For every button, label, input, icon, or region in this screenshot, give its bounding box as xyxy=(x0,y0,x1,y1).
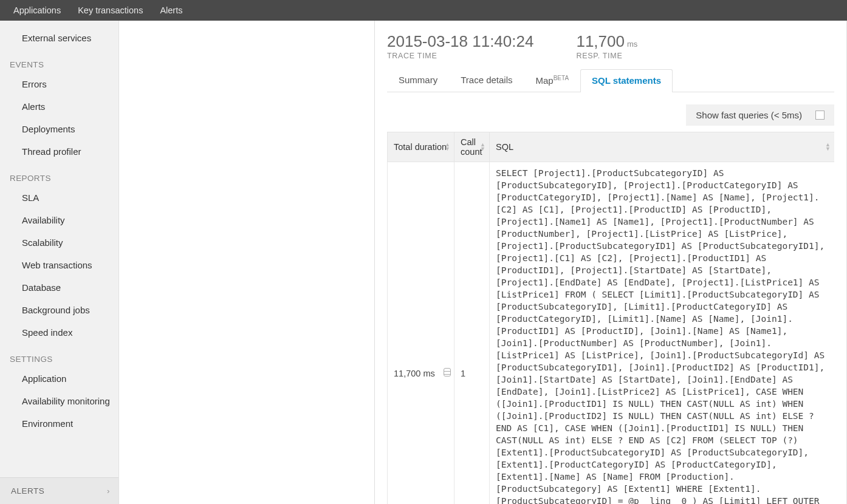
sort-icon: ▲▼ xyxy=(445,143,450,151)
tab-sql-statements[interactable]: SQL statements xyxy=(580,69,673,92)
chevron-right-icon: › xyxy=(107,486,110,495)
cell-duration: 11,700 ms xyxy=(388,162,454,504)
table-row[interactable]: 11,700 ms 1 SELECT [Project1].[ProductSu… xyxy=(388,162,835,504)
tab-trace-details[interactable]: Trace details xyxy=(449,69,524,92)
tab-summary[interactable]: Summary xyxy=(387,69,449,92)
sidebar-item-environment[interactable]: Environment xyxy=(0,412,118,435)
cell-call-count: 1 xyxy=(454,162,490,504)
sidebar: External services EVENTS Errors Alerts D… xyxy=(0,21,119,504)
col-total-duration-label: Total duration xyxy=(394,142,447,152)
col-call-count-label: Call count xyxy=(461,137,482,157)
sidebar-item-errors[interactable]: Errors xyxy=(0,73,118,95)
resp-time-value: 11,700ms xyxy=(576,33,637,50)
sidebar-item-background-jobs[interactable]: Background jobs xyxy=(0,299,118,321)
topnav-alerts[interactable]: Alerts xyxy=(151,0,191,21)
sidebar-alerts-label: ALERTS xyxy=(11,486,44,495)
resp-time-label: RESP. TIME xyxy=(576,52,637,60)
tab-map[interactable]: MapBETA xyxy=(524,69,581,92)
sidebar-item-availability-monitoring[interactable]: Availability monitoring xyxy=(0,390,118,412)
trace-time-label: TRACE TIME xyxy=(387,52,533,60)
topnav-key-transactions[interactable]: Key transactions xyxy=(69,0,151,21)
sort-icon: ▲▼ xyxy=(480,143,485,151)
fast-queries-toggle[interactable]: Show fast queries (< 5ms) xyxy=(686,104,834,126)
duration-value: 11,700 ms xyxy=(394,369,435,378)
col-total-duration[interactable]: Total duration ▲▼ xyxy=(388,132,454,162)
resp-time-number: 11,700 xyxy=(576,32,625,50)
sidebar-item-sla[interactable]: SLA xyxy=(0,186,118,209)
trace-time-value: 2015-03-18 11:40:24 xyxy=(387,33,533,50)
col-sql-label: SQL xyxy=(496,142,513,152)
database-icon[interactable] xyxy=(444,368,451,376)
tab-map-label: Map xyxy=(536,75,554,86)
sidebar-item-alerts[interactable]: Alerts xyxy=(0,95,118,118)
detail-pane: 2015-03-18 11:40:24 TRACE TIME 11,700ms … xyxy=(375,21,847,504)
col-sql[interactable]: SQL ▲▼ xyxy=(490,132,835,162)
fast-queries-checkbox[interactable] xyxy=(815,111,825,120)
sidebar-item-web-transactions[interactable]: Web transactions xyxy=(0,254,118,276)
sidebar-item-speed-index[interactable]: Speed index xyxy=(0,321,118,344)
beta-badge: BETA xyxy=(554,75,569,81)
sidebar-heading-reports: REPORTS xyxy=(0,163,118,186)
topnav-applications[interactable]: Applications xyxy=(5,0,69,21)
col-call-count[interactable]: Call count ▲▼ xyxy=(454,132,490,162)
sidebar-alerts-footer[interactable]: ALERTS › xyxy=(0,477,118,504)
sql-table: Total duration ▲▼ Call count ▲▼ SQL ▲▼ xyxy=(387,132,834,504)
tabs: Summary Trace details MapBETA SQL statem… xyxy=(387,69,834,92)
sidebar-heading-events: EVENTS xyxy=(0,49,118,73)
fast-queries-label: Show fast queries (< 5ms) xyxy=(696,110,802,120)
sort-icon: ▲▼ xyxy=(825,143,831,151)
sidebar-item-scalability[interactable]: Scalability xyxy=(0,231,118,254)
sidebar-heading-settings: SETTINGS xyxy=(0,344,118,367)
cell-sql: SELECT [Project1].[ProductSubcategoryID]… xyxy=(490,162,835,504)
sql-text: SELECT [Project1].[ProductSubcategoryID]… xyxy=(496,168,825,504)
resp-time-unit: ms xyxy=(627,39,637,49)
sidebar-item-availability[interactable]: Availability xyxy=(0,209,118,231)
sidebar-item-deployments[interactable]: Deployments xyxy=(0,118,118,140)
sidebar-item-application[interactable]: Application xyxy=(0,367,118,390)
sidebar-item-external-services[interactable]: External services xyxy=(0,27,118,49)
middle-gutter xyxy=(119,21,375,504)
top-nav: Applications Key transactions Alerts xyxy=(0,0,847,21)
sidebar-item-database[interactable]: Database xyxy=(0,276,118,299)
sidebar-item-thread-profiler[interactable]: Thread profiler xyxy=(0,140,118,163)
